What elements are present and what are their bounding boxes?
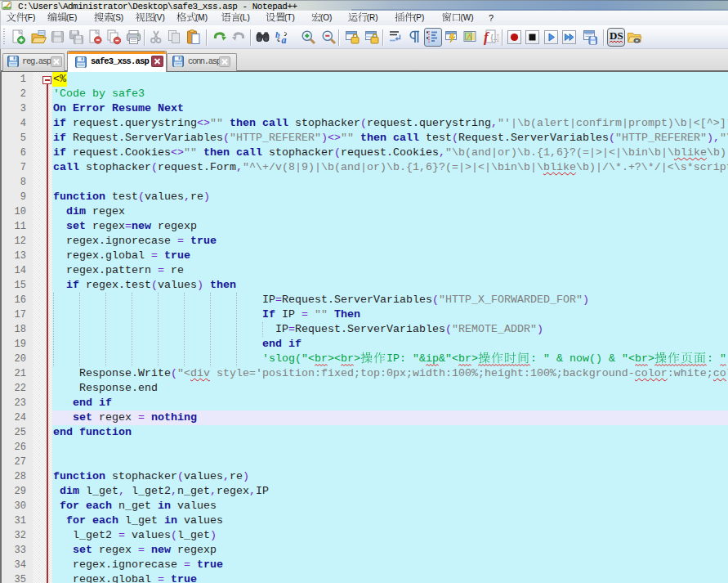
svg-text:{..}: {..}: [490, 34, 498, 42]
